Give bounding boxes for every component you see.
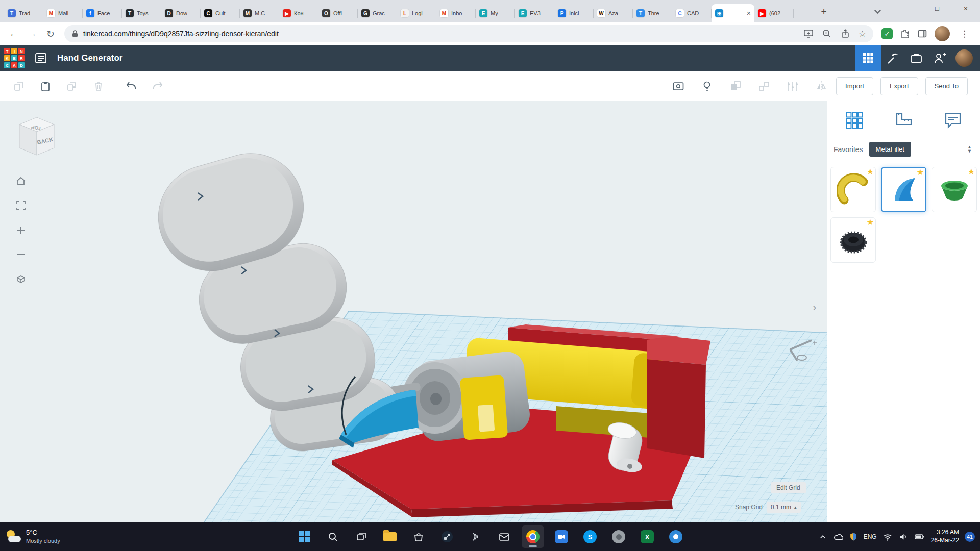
notification-count-badge[interactable]: 41 bbox=[965, 532, 975, 542]
design-menu-button[interactable] bbox=[32, 49, 50, 67]
browser-tab[interactable]: CCAD bbox=[672, 4, 712, 22]
steam-button[interactable] bbox=[436, 525, 458, 548]
favorite-star-icon[interactable]: ★ bbox=[867, 167, 874, 177]
volume-icon[interactable] bbox=[898, 532, 909, 542]
invite-button[interactable] bbox=[928, 45, 951, 71]
security-shield-icon[interactable] bbox=[849, 532, 858, 541]
fit-view-button[interactable] bbox=[12, 197, 30, 214]
classes-button[interactable] bbox=[904, 45, 928, 71]
forward-button[interactable]: → bbox=[23, 25, 41, 42]
browser-tab[interactable]: DDow bbox=[161, 4, 201, 22]
taskbar-weather-widget[interactable]: 5°C Mostly cloudy bbox=[6, 522, 60, 551]
steam-chat-button[interactable] bbox=[665, 525, 687, 548]
browser-tab[interactable]: EEV3 bbox=[515, 4, 554, 22]
collection-dropdown[interactable]: MetaFillet bbox=[869, 142, 911, 157]
browser-tab[interactable]: ▶Кон bbox=[279, 4, 318, 22]
browser-tab[interactable]: MM.C bbox=[240, 4, 279, 22]
audio-app-button[interactable] bbox=[464, 525, 487, 548]
window-maximize-button[interactable]: □ bbox=[923, 0, 951, 16]
snap-grid-select[interactable]: 0.1 mm ▴ bbox=[767, 502, 801, 513]
browser-tab[interactable]: fFace bbox=[83, 4, 122, 22]
tinkercad-logo[interactable]: TINKERCAD bbox=[4, 48, 24, 68]
tinker-tools-button[interactable] bbox=[881, 45, 904, 71]
bookmark-star-icon[interactable]: ☆ bbox=[859, 29, 866, 39]
favorite-star-icon[interactable]: ★ bbox=[917, 168, 924, 177]
install-app-icon[interactable] bbox=[803, 29, 814, 39]
browser-tab[interactable]: CCult bbox=[201, 4, 240, 22]
redo-button[interactable] bbox=[150, 79, 165, 94]
align-button[interactable] bbox=[785, 79, 800, 94]
tab-notes[interactable] bbox=[940, 109, 966, 132]
perspective-toggle-button[interactable] bbox=[12, 270, 30, 288]
chrome-app-button[interactable] bbox=[522, 525, 544, 548]
mail-app-button[interactable] bbox=[493, 525, 516, 548]
group-button[interactable] bbox=[728, 79, 743, 94]
stepper-down-icon[interactable]: ▼ bbox=[967, 148, 972, 154]
paste-button[interactable] bbox=[38, 79, 53, 94]
favorites-label[interactable]: Favorites bbox=[834, 145, 863, 154]
zoom-out-button[interactable] bbox=[12, 246, 30, 263]
new-tab-button[interactable]: + bbox=[817, 5, 831, 19]
shape-card-metafillet[interactable]: ★ bbox=[881, 167, 926, 212]
extensions-puzzle-icon[interactable] bbox=[900, 29, 910, 39]
camera-app-button[interactable] bbox=[607, 525, 630, 548]
store-button[interactable] bbox=[407, 525, 430, 548]
copy-button[interactable] bbox=[11, 79, 27, 94]
browser-tab[interactable]: MMail bbox=[43, 4, 83, 22]
shape-card-bowl[interactable]: ★ bbox=[932, 167, 977, 212]
browser-tab[interactable]: ▶(602 bbox=[754, 4, 794, 22]
browser-tab[interactable]: TThre bbox=[633, 4, 672, 22]
tab-search-button[interactable] bbox=[869, 5, 886, 17]
excel-button[interactable]: X bbox=[636, 525, 658, 548]
browser-tab[interactable]: WAza bbox=[594, 4, 633, 22]
browser-menu-icon[interactable]: ⋮ bbox=[957, 29, 972, 39]
file-explorer-button[interactable] bbox=[379, 525, 401, 548]
user-avatar[interactable] bbox=[955, 49, 973, 67]
shape-card-knurled-wheel[interactable]: ★ bbox=[830, 217, 876, 263]
video-app-button[interactable] bbox=[550, 525, 573, 548]
browser-tab[interactable]: LLogi bbox=[397, 4, 436, 22]
ungroup-button[interactable] bbox=[756, 79, 772, 94]
task-view-button[interactable] bbox=[350, 525, 373, 548]
skype-button[interactable]: S bbox=[579, 525, 601, 548]
battery-icon[interactable] bbox=[914, 532, 925, 542]
model-base-right-wall[interactable] bbox=[647, 336, 710, 458]
favorite-star-icon[interactable]: ★ bbox=[867, 218, 874, 227]
browser-tab[interactable]: OOffi bbox=[318, 4, 358, 22]
export-button[interactable]: Export bbox=[880, 77, 918, 95]
zoom-in-button[interactable] bbox=[12, 221, 30, 239]
share-icon[interactable] bbox=[840, 29, 850, 39]
browser-tab[interactable]: GGrac bbox=[358, 4, 397, 22]
browser-tab[interactable]: PInici bbox=[554, 4, 594, 22]
show-all-button[interactable] bbox=[699, 79, 715, 94]
send-to-button[interactable]: Send To bbox=[925, 77, 968, 95]
browser-tab[interactable]: TToys bbox=[122, 4, 161, 22]
dashboard-grid-button[interactable] bbox=[855, 45, 881, 71]
edit-grid-button[interactable]: Edit Grid bbox=[771, 482, 806, 493]
browser-tab[interactable]: TTrad bbox=[4, 4, 43, 22]
duplicate-button[interactable] bbox=[64, 79, 80, 94]
ruler-gizmo[interactable] bbox=[790, 340, 817, 361]
favorite-star-icon[interactable]: ★ bbox=[968, 167, 975, 177]
panel-collapse-handle[interactable]: › bbox=[813, 301, 816, 314]
import-button[interactable]: Import bbox=[836, 77, 873, 95]
window-minimize-button[interactable]: – bbox=[894, 0, 923, 16]
design-canvas[interactable]: TOP BACK Edit Grid Snap Grid 0.1 mm ▴ › bbox=[0, 101, 827, 522]
onedrive-cloud-icon[interactable] bbox=[833, 532, 843, 542]
side-panel-icon[interactable] bbox=[917, 29, 927, 39]
tab-close-icon[interactable]: × bbox=[747, 10, 751, 17]
window-close-button[interactable]: × bbox=[951, 0, 980, 16]
undo-button[interactable] bbox=[124, 79, 139, 94]
browser-tab-active[interactable]: ⊞× bbox=[712, 4, 754, 22]
model-motor-bracket[interactable] bbox=[460, 375, 508, 440]
back-button[interactable]: ← bbox=[5, 25, 22, 42]
start-button[interactable] bbox=[293, 525, 315, 548]
mirror-button[interactable] bbox=[814, 79, 829, 94]
view-cube[interactable]: TOP BACK bbox=[14, 111, 60, 162]
tab-shapes[interactable] bbox=[842, 109, 867, 132]
tab-ruler[interactable] bbox=[891, 109, 917, 132]
zoom-icon[interactable] bbox=[822, 29, 832, 39]
delete-button[interactable] bbox=[91, 79, 106, 94]
home-view-button[interactable] bbox=[12, 172, 30, 190]
keyboard-language[interactable]: ENG bbox=[864, 533, 877, 540]
